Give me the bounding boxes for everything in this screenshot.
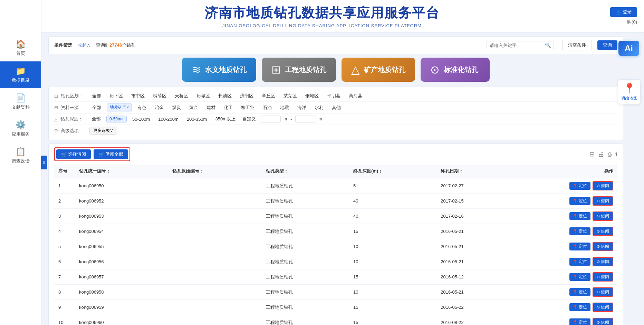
cell-date: 2016-05-21 bbox=[436, 224, 524, 239]
datasource-other[interactable]: 其他 bbox=[329, 104, 344, 111]
datasource-meitan[interactable]: 煤炭 bbox=[169, 104, 184, 111]
datasource-shiyou[interactable]: 石油 bbox=[260, 104, 275, 111]
datasource-hegongye[interactable]: 核工业 bbox=[238, 104, 257, 111]
col-type[interactable]: 钻孔类型 ↕ bbox=[262, 165, 349, 178]
zone-changqing[interactable]: 长清区 bbox=[215, 92, 234, 100]
collapse-filter-button[interactable]: 收起∧ bbox=[78, 42, 90, 48]
browse-button[interactable]: ⊙ 借阅 bbox=[593, 196, 613, 206]
col-date[interactable]: 终孔日期 ↕ bbox=[436, 165, 524, 178]
cell-type: 工程地质钻孔 bbox=[262, 224, 349, 239]
category-card-2[interactable]: ⊞ 工程地质钻孔 bbox=[262, 58, 336, 82]
browse-button[interactable]: ⊙ 借阅 bbox=[593, 242, 613, 251]
depth-tag[interactable]: 0-50m× bbox=[106, 116, 127, 122]
datasource-haiyang[interactable]: 海洋 bbox=[295, 104, 309, 111]
cell-original bbox=[168, 209, 261, 224]
depth-min-input[interactable] bbox=[260, 116, 281, 122]
info-icon[interactable]: ℹ bbox=[615, 150, 617, 158]
cell-original bbox=[168, 300, 261, 315]
borrow-all-button[interactable]: 🛒 借阅全部 bbox=[94, 149, 128, 159]
zone-licheng[interactable]: 历城区 bbox=[194, 92, 213, 100]
zone-zhangqiu[interactable]: 章丘区 bbox=[259, 92, 278, 100]
grid-view-icon[interactable]: ⊞ bbox=[589, 150, 595, 158]
login-button[interactable]: 👤 登录 bbox=[610, 7, 637, 17]
clear-button[interactable]: 清空条件 bbox=[562, 40, 592, 50]
zone-gangcheng[interactable]: 钢城区 bbox=[302, 92, 321, 100]
zone-shanghe[interactable]: 商河县 bbox=[346, 92, 365, 100]
query-button[interactable]: 查询 bbox=[597, 40, 617, 50]
browse-button[interactable]: ⊙ 借阅 bbox=[593, 257, 613, 266]
browse-button[interactable]: ⊙ 借阅 bbox=[593, 303, 613, 312]
main-subtitle: JINAN GEOLOGICAL DRILLING DATA SHARING A… bbox=[48, 23, 596, 28]
category-card-3[interactable]: △ 矿产地质钻孔 bbox=[342, 58, 415, 82]
col-original[interactable]: 钻孔原始编号 ↕ bbox=[168, 165, 261, 178]
zone-all[interactable]: 全部 bbox=[89, 92, 104, 100]
browse-button[interactable]: ⊙ 借阅 bbox=[593, 211, 613, 221]
browse-button[interactable]: ⊙ 借阅 bbox=[593, 272, 613, 282]
export-icon[interactable]: ⎙ bbox=[608, 151, 612, 158]
locate-button[interactable]: 📍 定位 bbox=[569, 273, 590, 281]
more-options-button[interactable]: 更多选项∨ bbox=[89, 127, 117, 135]
browse-button[interactable]: ⊙ 借阅 bbox=[593, 227, 613, 236]
home-icon: 🏠 bbox=[16, 39, 26, 49]
cell-action: 📍 定位 ⊙ 借阅 bbox=[524, 209, 617, 224]
cell-depth: 15 bbox=[349, 224, 436, 239]
mineral-geo-icon: △ bbox=[351, 63, 360, 76]
datasource-youse[interactable]: 有色 bbox=[135, 104, 149, 111]
locate-button[interactable]: 📍 定位 bbox=[569, 303, 590, 311]
depth-max-input[interactable] bbox=[295, 116, 316, 122]
locate-button[interactable]: 📍 定位 bbox=[569, 182, 590, 190]
sidebar-item-services[interactable]: ⚙️ 应用服务 bbox=[0, 115, 41, 142]
cart-button[interactable]: 购(0) bbox=[627, 19, 637, 25]
locate-button[interactable]: 📍 定位 bbox=[569, 212, 590, 220]
cell-unified: kong006957 bbox=[75, 269, 168, 285]
datasource-yejin[interactable]: 冶金 bbox=[152, 104, 166, 111]
datasource-jiancai[interactable]: 建材 bbox=[204, 104, 218, 111]
zone-shizhong[interactable]: 市中区 bbox=[128, 92, 147, 100]
cell-no: 5 bbox=[54, 239, 75, 254]
depth-50-100[interactable]: 50-100m bbox=[129, 116, 153, 122]
browse-button[interactable]: ⊙ 借阅 bbox=[593, 181, 613, 190]
search-input[interactable] bbox=[490, 43, 545, 48]
sidebar-item-home[interactable]: 🏠 首页 bbox=[0, 35, 41, 61]
locate-button[interactable]: 📍 定位 bbox=[569, 318, 590, 325]
zone-jiyang[interactable]: 济阳区 bbox=[237, 92, 256, 100]
depth-label: 钻孔深度： bbox=[60, 116, 86, 122]
col-depth[interactable]: 终孔深度(m) ↕ bbox=[349, 165, 436, 178]
sidebar-item-literature[interactable]: 📄 文献资料 bbox=[0, 88, 41, 115]
collapse-sidebar-button[interactable]: ≡ bbox=[41, 156, 47, 169]
locate-button[interactable]: 📍 定位 bbox=[569, 288, 590, 296]
cell-type: 工程地质钻孔 bbox=[262, 254, 349, 269]
depth-all[interactable]: 全部 bbox=[89, 115, 104, 123]
ai-badge[interactable]: Ai bbox=[618, 41, 639, 56]
zone-lixia[interactable]: 历下区 bbox=[107, 92, 126, 100]
category-card-4[interactable]: ⊙ 标准化钻孔 bbox=[421, 58, 490, 82]
browse-button[interactable]: ⊙ 借阅 bbox=[593, 287, 613, 297]
print-icon[interactable]: 🖨 bbox=[598, 151, 604, 158]
datasource-all[interactable]: 全部 bbox=[89, 104, 104, 111]
category-card-1[interactable]: ≋ 水文地质钻孔 bbox=[182, 58, 256, 82]
locate-button[interactable]: 📍 定位 bbox=[569, 243, 590, 250]
zone-pingyin[interactable]: 平阴县 bbox=[324, 92, 343, 100]
locate-button[interactable]: 📍 定位 bbox=[569, 258, 590, 266]
browse-button[interactable]: ⊙ 借阅 bbox=[593, 318, 613, 325]
locate-button[interactable]: 📍 定位 bbox=[569, 227, 590, 235]
map-toggle[interactable]: 📍 初始地图 bbox=[618, 79, 641, 104]
datasource-tag[interactable]: 地质矿产× bbox=[107, 104, 132, 111]
col-unified[interactable]: 钻孔统一编号 ↕ bbox=[75, 165, 168, 178]
sidebar-item-data[interactable]: 📁 数据目录 bbox=[0, 61, 41, 88]
depth-100-200[interactable]: 100-200m bbox=[155, 116, 181, 122]
locate-button[interactable]: 📍 定位 bbox=[569, 197, 590, 205]
depth-200-350[interactable]: 200-350m bbox=[184, 116, 210, 122]
datasource-shuili[interactable]: 水利 bbox=[312, 104, 326, 111]
datasource-dizhen[interactable]: 地震 bbox=[277, 104, 292, 111]
zone-tianqiao[interactable]: 天桥区 bbox=[172, 92, 191, 100]
sidebar-item-feedback[interactable]: 📋 调查反馈 bbox=[0, 142, 41, 169]
header-right: 👤 登录 购(0) bbox=[596, 7, 637, 25]
datasource-huangjin[interactable]: 黄金 bbox=[186, 104, 201, 111]
zone-huaiyin[interactable]: 槐荫区 bbox=[150, 92, 169, 100]
datasource-huagong[interactable]: 化工 bbox=[221, 104, 236, 111]
search-icon[interactable]: 🔍 bbox=[545, 42, 551, 48]
select-borrow-button[interactable]: 🛒 选择借阅 bbox=[56, 149, 91, 159]
zone-laiwu[interactable]: 莱芜区 bbox=[281, 92, 300, 100]
depth-350plus[interactable]: 350m以上 bbox=[212, 115, 238, 123]
